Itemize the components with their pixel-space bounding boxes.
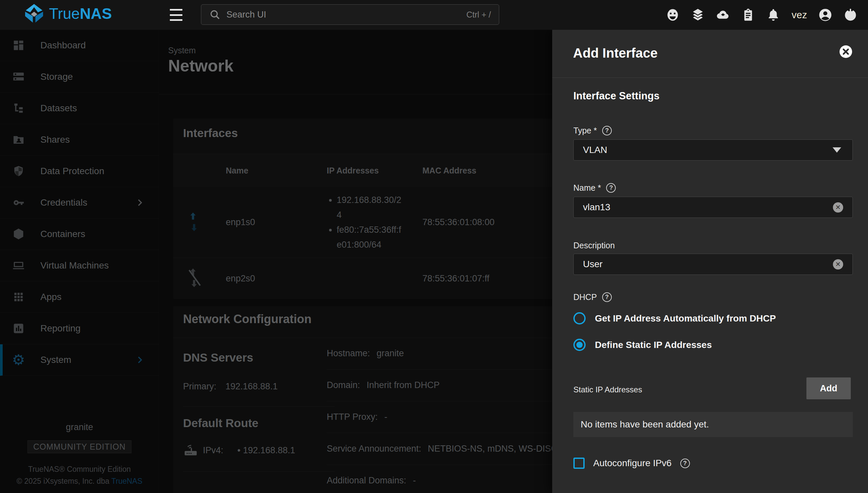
column-mac: MAC Address (422, 166, 502, 175)
clear-name-icon[interactable]: ✕ (833, 202, 843, 213)
cube-icon (12, 228, 25, 241)
radio-selected-icon (573, 339, 586, 351)
interface-mac: 78:55:36:01:08:00 (422, 215, 501, 230)
router-icon (183, 442, 198, 458)
chevron-down-icon (832, 147, 841, 153)
close-icon[interactable] (839, 45, 852, 58)
column-ip: IP Addresses (327, 166, 422, 175)
network-config-title: Network Configuration (183, 312, 311, 326)
sidebar-item-reporting[interactable]: Reporting (0, 313, 158, 344)
default-route-row: IPv4: • 192.168.88.1 (183, 442, 335, 472)
type-select[interactable]: VLAN (573, 140, 853, 160)
dashboard-icon (12, 39, 25, 52)
autoconfigure-ipv6-label: Autoconfigure IPv6 (593, 458, 672, 469)
description-input[interactable] (583, 259, 833, 270)
dns-servers-heading: DNS Servers (183, 351, 335, 364)
interfaces-card-title: Interfaces (183, 127, 238, 140)
description-label: Description (573, 241, 615, 250)
topbar-actions: vez (665, 0, 858, 30)
type-select-value: VLAN (583, 145, 832, 155)
chevron-right-icon (135, 198, 145, 208)
dns-primary-row: Primary: 192.168.88.1 (183, 381, 335, 407)
global-search[interactable]: Ctrl + / (201, 4, 499, 25)
user-avatar-icon[interactable] (818, 7, 833, 22)
username-label: vez (791, 9, 808, 21)
interface-down-icon (173, 267, 226, 290)
dhcp-label: DHCP ? (573, 292, 612, 302)
sidebar-footer: granite COMMUNITY EDITION TrueNAS® Commu… (0, 422, 159, 493)
truenas-logo[interactable]: TrueNAS (24, 3, 112, 24)
truenas-link[interactable]: TrueNAS (111, 477, 142, 486)
alerts-bell-icon[interactable] (766, 7, 781, 22)
search-shortcut: Ctrl + / (466, 10, 491, 20)
interface-ips: 192.168.88.30/24 fe80::7a55:36ff:fe01:80… (327, 193, 422, 252)
type-label: Type * ? (573, 126, 612, 135)
static-ip-addresses-label: Static IP Addresses (573, 385, 642, 394)
chevron-right-icon (135, 355, 145, 365)
name-field-box: ✕ (573, 197, 853, 218)
search-icon (209, 9, 220, 20)
dhcp-help-icon[interactable]: ? (602, 292, 612, 302)
search-input[interactable] (226, 9, 466, 20)
power-icon[interactable] (843, 7, 858, 22)
sidebar-item-credentials[interactable]: Credentials (0, 187, 158, 218)
autoconfigure-ipv6-checkbox[interactable] (573, 457, 585, 469)
add-static-ip-button[interactable]: Add (806, 378, 851, 399)
bar-chart-icon (12, 322, 25, 335)
interface-up-icon (173, 212, 226, 233)
laptop-icon (12, 259, 25, 272)
radio-icon (573, 312, 586, 324)
clear-description-icon[interactable]: ✕ (833, 259, 843, 270)
edition-badge: COMMUNITY EDITION (27, 441, 131, 453)
datasets-icon (12, 102, 25, 115)
feedback-icon[interactable] (665, 7, 680, 22)
truecommand-icon[interactable] (690, 7, 706, 22)
sidebar-item-data-protection[interactable]: Data Protection (0, 156, 158, 187)
shares-folder-icon (12, 133, 25, 146)
truenas-app: TrueNAS Ctrl + / (0, 0, 868, 493)
panel-title: Add Interface (573, 46, 658, 61)
storage-icon (12, 70, 25, 83)
jobs-icon[interactable] (741, 7, 756, 22)
type-help-icon[interactable]: ? (602, 126, 612, 135)
interface-mac: 78:55:36:01:07:ff (422, 271, 501, 286)
sidebar-item-apps[interactable]: Apps (0, 281, 158, 313)
sidebar-item-shares[interactable]: Shares (0, 124, 158, 156)
radio-dhcp-auto[interactable]: Get IP Address Automatically from DHCP (573, 312, 776, 324)
sidebar-item-containers[interactable]: Containers (0, 218, 158, 250)
sidebar-nav: Dashboard Storage Datasets Shares Data P… (0, 30, 159, 493)
name-help-icon[interactable]: ? (606, 183, 616, 193)
autoconfigure-ipv6-row: Autoconfigure IPv6 ? (573, 457, 690, 469)
name-label: Name * ? (573, 183, 616, 193)
truenas-logo-icon (24, 3, 44, 24)
sidebar-item-virtual-machines[interactable]: Virtual Machines (0, 250, 158, 281)
network-config-left: DNS Servers Primary: 192.168.88.1 Defaul… (183, 338, 335, 472)
page-title: Network (168, 56, 233, 76)
static-ip-empty-state: No items have been added yet. (573, 412, 853, 437)
name-input[interactable] (583, 202, 833, 213)
apps-grid-icon (12, 291, 25, 304)
gear-icon: ⚙ (12, 353, 25, 366)
sidebar-item-system[interactable]: ⚙ System (0, 344, 158, 376)
breadcrumb[interactable]: System (168, 46, 196, 55)
sidebar-item-storage[interactable]: Storage (0, 61, 158, 93)
default-route-heading: Default Route (183, 416, 335, 430)
truenas-logo-text: TrueNAS (49, 5, 112, 22)
ipv6-help-icon[interactable]: ? (680, 458, 690, 468)
sidebar-item-datasets[interactable]: Datasets (0, 93, 158, 124)
menu-toggle-icon[interactable] (170, 9, 185, 21)
footer-copyright: © 2025 iXsystems, Inc. dba TrueNAS (0, 475, 159, 487)
interface-name: enp2s0 (226, 274, 327, 284)
interface-name: enp1s0 (226, 217, 327, 228)
radio-static-ip[interactable]: Define Static IP Addresses (573, 339, 712, 351)
interface-settings-heading: Interface Settings (573, 90, 659, 102)
hostname-label: granite (0, 422, 159, 432)
shield-icon (12, 165, 25, 178)
column-name: Name (226, 166, 327, 175)
truenas-connect-icon[interactable] (715, 7, 731, 22)
add-interface-panel: Add Interface Interface Settings Type * … (552, 30, 868, 493)
sidebar-item-dashboard[interactable]: Dashboard (0, 30, 158, 61)
description-field-box: ✕ (573, 254, 853, 275)
topbar: TrueNAS Ctrl + / (0, 0, 868, 30)
footer-product: TrueNAS® Community Edition (0, 463, 159, 475)
